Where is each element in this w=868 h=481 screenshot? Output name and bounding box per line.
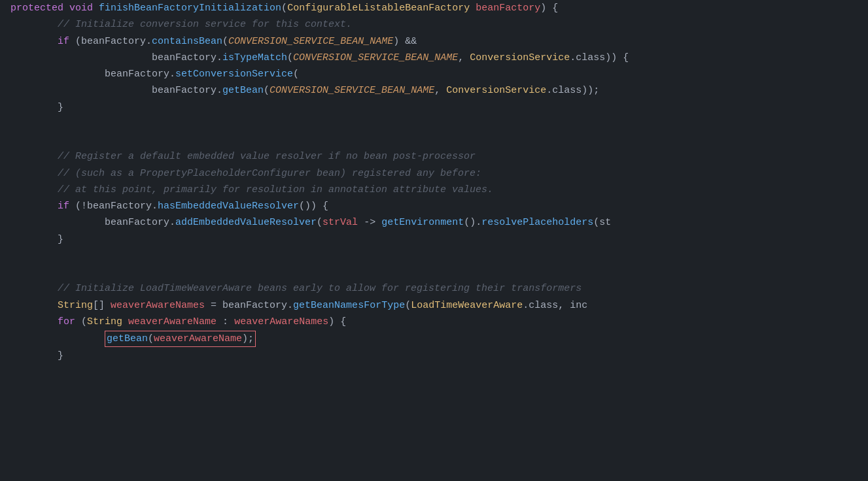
code-line: } [0, 348, 868, 364]
code-line: beanFactory.isTypeMatch(CONVERSION_SERVI… [0, 50, 868, 66]
code-editor: protected void finishBeanFactoryInitiali… [0, 0, 868, 481]
keyword-void: void [69, 1, 93, 16]
code-line: // Initialize LoadTimeWeaverAware beans … [0, 280, 868, 297]
code-line: beanFactory.addEmbeddedValueResolver(str… [0, 214, 868, 231]
code-line-highlighted: getBean(weaverAwareName); [0, 330, 868, 348]
code-line: beanFactory.setConversionService( [0, 66, 868, 82]
code-line: // (such as a PropertyPlaceholderConfigu… [0, 165, 868, 182]
code-line: for (String weaverAwareName : weaverAwar… [0, 314, 868, 330]
keyword-protected: protected [10, 1, 63, 16]
code-line: // at this point, primarily for resoluti… [0, 182, 868, 198]
param-name: beanFactory [476, 1, 540, 16]
highlighted-code: getBean(weaverAwareName); [105, 331, 256, 347]
code-line-empty [0, 264, 868, 280]
code-line-empty [0, 116, 868, 132]
param-type: ConfigurableListableBeanFactory [287, 1, 470, 16]
code-line: protected void finishBeanFactoryInitiali… [0, 0, 868, 16]
code-line: } [0, 99, 868, 116]
code-line: if (!beanFactory.hasEmbeddedValueResolve… [0, 198, 868, 214]
code-line-empty [0, 248, 868, 264]
code-line: if (beanFactory.containsBean(CONVERSION_… [0, 33, 868, 50]
code-line: String[] weaverAwareNames = beanFactory.… [0, 297, 868, 314]
code-line: beanFactory.getBean(CONVERSION_SERVICE_B… [0, 82, 868, 99]
comment: // Initialize conversion service for thi… [58, 17, 352, 32]
code-line: // Initialize conversion service for thi… [0, 16, 868, 33]
code-line: } [0, 231, 868, 248]
code-line: // Register a default embedded value res… [0, 148, 868, 165]
function-name: finishBeanFactoryInitialization [99, 1, 281, 16]
code-line-empty [0, 132, 868, 148]
